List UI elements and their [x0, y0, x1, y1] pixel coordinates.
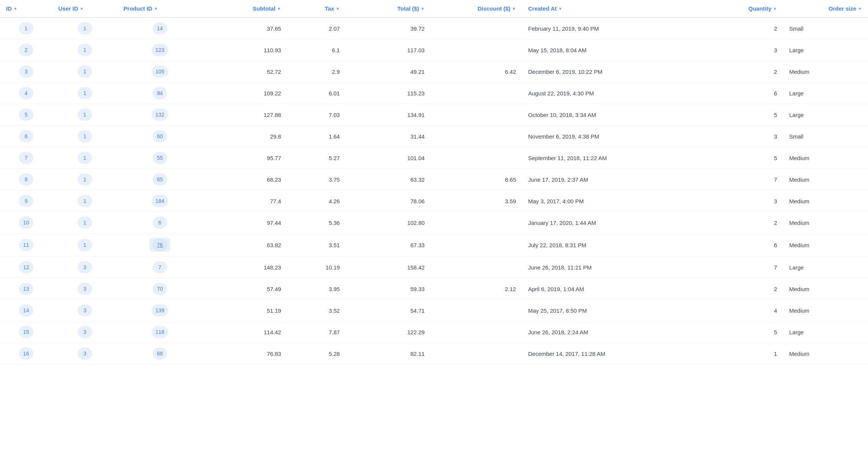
table-row: 4194109.226.01115.23August 22, 2019, 4:3… [0, 83, 868, 104]
col-header-createdAt[interactable]: Created At▼ [522, 0, 705, 17]
cell-quantity: 7 [705, 257, 783, 278]
cell-subtotal: 127.88 [202, 104, 287, 126]
productid-badge: 76 [153, 239, 167, 251]
cell-discount [431, 147, 522, 169]
id-badge: 1 [19, 22, 33, 34]
productid-badge: 116 [152, 326, 168, 338]
sort-icon-orderSize: ▼ [858, 6, 862, 11]
userid-badge: 1 [78, 44, 92, 56]
cell-orderSize: Large [783, 104, 868, 126]
id-badge: 13 [19, 283, 33, 295]
id-badge: 16 [19, 348, 33, 360]
cell-discount: 2.12 [431, 278, 522, 300]
cell-createdAt: August 22, 2019, 4:30 PM [522, 83, 705, 104]
cell-orderSize: Small [783, 126, 868, 147]
cell-userId: 3 [52, 343, 117, 365]
cell-productId: 123 [117, 39, 202, 61]
col-header-total[interactable]: Total ($)▼ [346, 0, 431, 17]
id-badge: 9 [19, 195, 33, 207]
cell-orderSize: Large [783, 39, 868, 61]
cell-productId: 68 [117, 343, 202, 365]
cell-userId: 1 [52, 83, 117, 104]
userid-badge: 1 [78, 87, 92, 99]
userid-badge: 3 [78, 261, 92, 273]
cell-subtotal: 114.42 [202, 321, 287, 343]
cell-total: 54.71 [346, 300, 431, 321]
cell-quantity: 4 [705, 300, 783, 321]
productid-badge: 132 [152, 109, 168, 121]
cell-quantity: 6 [705, 234, 783, 257]
cell-total: 31.44 [346, 126, 431, 147]
cell-total: 67.33 [346, 234, 431, 257]
cell-total: 63.32 [346, 169, 431, 190]
cell-discount [431, 83, 522, 104]
cell-quantity: 6 [705, 83, 783, 104]
sort-icon-userId: ▼ [80, 6, 84, 11]
col-header-id[interactable]: ID▼ [0, 0, 52, 17]
cell-createdAt: June 26, 2018, 11:21 PM [522, 257, 705, 278]
cell-createdAt: January 17, 2020, 1:44 AM [522, 212, 705, 234]
cell-subtotal: 51.19 [202, 300, 287, 321]
cell-productId: 70 [117, 278, 202, 300]
cell-tax: 1.64 [287, 126, 346, 147]
productid-badge: 105 [152, 65, 168, 78]
cell-productId: 105 [117, 61, 202, 83]
cell-id: 14 [0, 300, 52, 321]
col-header-discount[interactable]: Discount ($)▼ [431, 0, 522, 17]
cell-productId: 6 [117, 212, 202, 234]
cell-createdAt: May 3, 2017, 4:00 PM [522, 190, 705, 212]
sort-icon-tax: ▼ [336, 6, 340, 11]
id-badge: 15 [19, 326, 33, 338]
cell-orderSize: Medium [783, 234, 868, 257]
header-row: ID▼User ID▼Product ID▼Subtotal▼Tax▼Total… [0, 0, 868, 17]
cell-total: 59.33 [346, 278, 431, 300]
cell-createdAt: June 26, 2018, 2:24 AM [522, 321, 705, 343]
col-header-userId[interactable]: User ID▼ [52, 0, 117, 17]
col-header-subtotal[interactable]: Subtotal▼ [202, 0, 287, 17]
cell-subtotal: 97.44 [202, 212, 287, 234]
cell-discount [431, 257, 522, 278]
id-badge: 3 [19, 65, 33, 78]
productid-badge: 184 [152, 195, 168, 207]
cell-tax: 3.51 [287, 234, 346, 257]
cell-productId: 65 [117, 169, 202, 190]
userid-badge: 1 [78, 239, 92, 251]
cell-discount [431, 300, 522, 321]
id-badge: 6 [19, 130, 33, 142]
col-header-quantity[interactable]: Quantity▼ [705, 0, 783, 17]
cell-discount [431, 234, 522, 257]
col-header-tax[interactable]: Tax▼ [287, 0, 346, 17]
productid-badge: 55 [153, 152, 167, 164]
cell-discount [431, 321, 522, 343]
productid-badge: 70 [153, 283, 167, 295]
cell-total: 158.42 [346, 257, 431, 278]
cell-orderSize: Large [783, 83, 868, 104]
cell-createdAt: May 25, 2017, 8:50 PM [522, 300, 705, 321]
cell-orderSize: Large [783, 321, 868, 343]
cell-userId: 3 [52, 300, 117, 321]
cell-userId: 1 [52, 212, 117, 234]
userid-badge: 1 [78, 130, 92, 142]
userid-badge: 1 [78, 217, 92, 229]
cell-subtotal: 148.23 [202, 257, 287, 278]
cell-tax: 4.26 [287, 190, 346, 212]
cell-orderSize: Medium [783, 190, 868, 212]
cell-discount: 8.65 [431, 169, 522, 190]
col-header-orderSize[interactable]: Order size▼ [783, 0, 868, 17]
sort-icon-discount: ▼ [512, 6, 516, 11]
cell-subtotal: 109.22 [202, 83, 287, 104]
cell-quantity: 1 [705, 343, 783, 365]
cell-userId: 1 [52, 61, 117, 83]
cell-id: 9 [0, 190, 52, 212]
cell-userId: 3 [52, 321, 117, 343]
col-header-productId[interactable]: Product ID▼ [117, 0, 202, 17]
cell-id: 8 [0, 169, 52, 190]
cell-quantity: 2 [705, 278, 783, 300]
cell-subtotal: 52.72 [202, 61, 287, 83]
cell-createdAt: September 11, 2018, 11:22 AM [522, 147, 705, 169]
cell-tax: 5.27 [287, 147, 346, 169]
cell-total: 82.11 [346, 343, 431, 365]
cell-productId: 184 [117, 190, 202, 212]
table-row: 1117663.823.5167.33July 22, 2018, 8:31 P… [0, 234, 868, 257]
cell-total: 122.29 [346, 321, 431, 343]
